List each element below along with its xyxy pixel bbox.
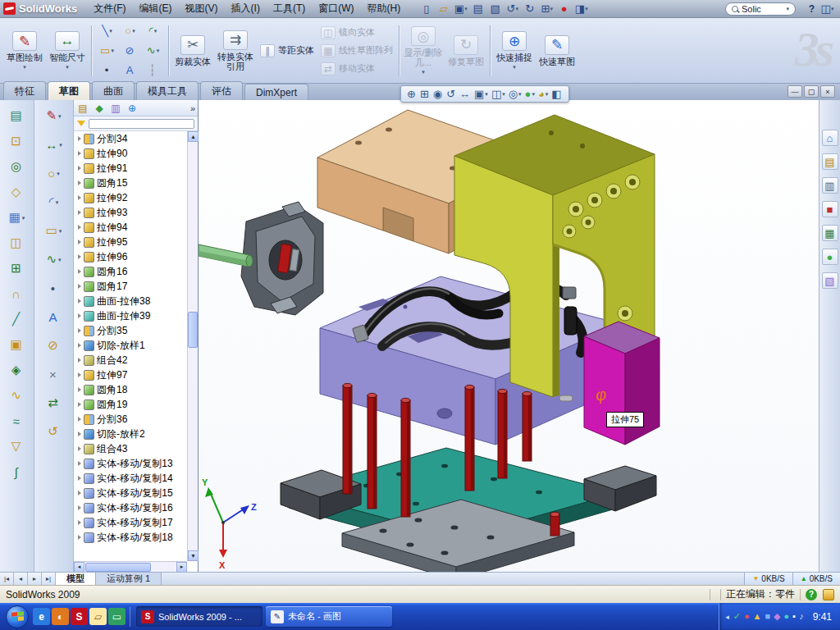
tree-item[interactable]: 拉伸92 <box>74 190 187 205</box>
media-icon[interactable]: ◐ <box>52 608 69 625</box>
zoom-fit-icon[interactable]: ⊕ <box>406 88 418 100</box>
toolbox-icon[interactable]: ■ <box>822 201 838 217</box>
update-tray-icon[interactable]: ▲ <box>753 612 762 621</box>
menu-item[interactable]: 工具(T) <box>267 0 312 18</box>
configurationmanager-tab-icon[interactable]: ▥ <box>109 102 122 115</box>
expand-arrow-icon[interactable] <box>78 387 81 392</box>
home-icon[interactable]: ⌂ <box>822 130 838 146</box>
expand-arrow-icon[interactable] <box>78 210 81 215</box>
part-clamp[interactable] <box>241 202 323 315</box>
spline-surface-icon[interactable]: ∿ <box>6 386 28 404</box>
command-tab[interactable]: 特征 <box>3 81 46 100</box>
browser-icon[interactable]: e <box>33 608 50 625</box>
sketch-entities-icon[interactable]: ✎▾ <box>43 107 65 125</box>
expand-arrow-icon[interactable] <box>78 505 81 510</box>
sheet-nav-button[interactable]: ▸| <box>42 573 56 585</box>
menu-item[interactable]: 编辑(E) <box>133 0 179 18</box>
tree-item[interactable]: 拉伸90 <box>74 146 187 161</box>
alert-tray-icon[interactable]: ● <box>744 612 750 621</box>
display-tray-icon[interactable]: ▪ <box>792 612 796 621</box>
tree-item[interactable]: 切除-放样1 <box>74 338 187 353</box>
tree-item[interactable]: 拉伸96 <box>74 249 187 264</box>
search-input[interactable]: Solic <box>742 4 783 14</box>
move-entities-button[interactable]: ⇄ 移动实体 <box>321 61 393 76</box>
file-explorer-icon[interactable]: ▥ <box>822 177 838 194</box>
tab-motion-study[interactable]: 运动算例 1 <box>96 573 162 585</box>
tree-item[interactable]: 分割34 <box>74 131 187 146</box>
expand-arrow-icon[interactable] <box>78 358 81 363</box>
tree-item[interactable]: 拉伸91 <box>74 161 187 176</box>
expand-arrow-icon[interactable] <box>78 313 81 318</box>
rectangle-tool-icon[interactable]: ▭▾ <box>96 41 118 60</box>
circle-tool-icon[interactable]: ○▾ <box>119 21 141 40</box>
start-button[interactable] <box>6 605 29 628</box>
solidworks-quick-icon[interactable]: S <box>71 608 88 625</box>
pattern-tool-icon[interactable]: ▦▾ <box>6 208 28 226</box>
scroll-right-icon[interactable]: ▸ <box>176 562 187 573</box>
linear-pattern-button[interactable]: ▦ 线性草图阵列 <box>321 43 393 58</box>
options-icon[interactable]: ◨▾ <box>573 2 589 16</box>
ellipse-tool-icon[interactable]: ⊘ <box>119 41 141 60</box>
line-tool-icon[interactable]: ╲▾ <box>96 21 118 40</box>
expand-arrow-icon[interactable] <box>78 166 81 171</box>
point-tool-icon[interactable]: • <box>96 61 118 80</box>
command-tab[interactable]: 曲面 <box>92 81 135 100</box>
expand-arrow-icon[interactable] <box>78 284 81 289</box>
open-icon[interactable]: ▱ <box>436 2 451 16</box>
antivirus-tray-icon[interactable]: ✓ <box>733 612 741 621</box>
repair-sketch-button[interactable]: ↻ 修复草图 <box>445 32 487 70</box>
rapid-sketch-button[interactable]: ✎ 快速草图 <box>536 32 578 70</box>
expand-arrow-icon[interactable] <box>78 461 81 466</box>
tree-item[interactable]: 切除-放样2 <box>74 427 187 441</box>
expand-arrow-icon[interactable] <box>78 431 81 436</box>
text-entity-icon[interactable]: A <box>43 308 65 326</box>
desktop-icon[interactable]: ▭ <box>108 608 126 625</box>
convert-entities-button[interactable]: ⇉ 转换实体引用 <box>214 27 257 75</box>
ime-tray-icon[interactable]: ◆ <box>774 612 780 621</box>
expand-arrow-icon[interactable] <box>78 402 81 407</box>
command-tab[interactable]: 草图 <box>48 81 90 100</box>
zoom-area-icon[interactable]: ⊞ <box>419 88 431 100</box>
tree-item[interactable]: 拉伸93 <box>74 205 187 220</box>
scroll-left-icon[interactable]: ◂ <box>74 562 84 573</box>
extrude-boss-icon[interactable]: ⊡ <box>6 132 28 150</box>
expand-arrow-icon[interactable] <box>78 446 81 451</box>
redo-icon[interactable]: ↻ <box>522 2 537 16</box>
tree-item[interactable]: 圆角19 <box>74 397 187 412</box>
tree-item[interactable]: 分割36 <box>74 412 187 427</box>
tree-item[interactable]: 实体-移动/复制13 <box>74 456 187 471</box>
tree-item[interactable]: 拉伸95 <box>74 235 187 249</box>
quick-snaps-button[interactable]: ⊕ 快速捕捉 ▾ <box>493 28 536 73</box>
expand-arrow-icon[interactable] <box>78 225 81 230</box>
expand-arrow-icon[interactable] <box>78 240 81 244</box>
menu-item[interactable]: 帮助(H) <box>361 0 408 18</box>
rebuild-icon[interactable]: ● <box>556 2 572 16</box>
expand-arrow-icon[interactable] <box>78 299 81 304</box>
swept-boss-icon[interactable]: ◇ <box>6 183 28 201</box>
smart-dimension-button[interactable]: ↔ 智能尺寸 ▾ <box>46 28 89 73</box>
arc-tool-icon[interactable]: ◜▾ <box>142 21 164 40</box>
rotate-view-icon[interactable]: ↺ <box>445 88 457 100</box>
sync-tray-icon[interactable]: ● <box>784 612 790 621</box>
rectangle-entity-icon[interactable]: ▭▾ <box>43 221 65 240</box>
menu-item[interactable]: 文件(F) <box>87 0 132 18</box>
new-document-icon[interactable]: ▯ <box>418 2 434 16</box>
volume-tray-icon[interactable]: ♪ <box>799 612 804 621</box>
expand-arrow-icon[interactable] <box>78 180 81 185</box>
tree-item[interactable]: 圆角17 <box>74 279 187 294</box>
graphics-area[interactable]: φ <box>199 100 819 572</box>
tree-item[interactable]: 实体-移动/复制16 <box>74 500 187 515</box>
expand-toolbar-icon[interactable]: ◫▾ <box>819 2 835 16</box>
expand-arrow-icon[interactable] <box>78 195 81 200</box>
custom-properties-icon[interactable]: ▧ <box>822 272 838 289</box>
tree-item[interactable]: 组合43 <box>74 441 187 456</box>
scroll-up-icon[interactable]: ▲ <box>188 131 199 142</box>
shell-tool-icon[interactable]: ⊞ <box>6 259 28 277</box>
tree-item[interactable]: 曲面-拉伸39 <box>74 308 187 323</box>
palette-icon[interactable]: ▦ <box>822 225 838 241</box>
sketch-button[interactable]: ✎ 草图绘制 ▾ <box>3 28 46 73</box>
folder-icon[interactable]: ▱ <box>89 608 107 625</box>
tree-item[interactable]: 拉伸97 <box>74 368 187 382</box>
tree-item[interactable]: 圆角15 <box>74 176 187 190</box>
revolve-boss-icon[interactable]: ◎ <box>6 158 28 176</box>
